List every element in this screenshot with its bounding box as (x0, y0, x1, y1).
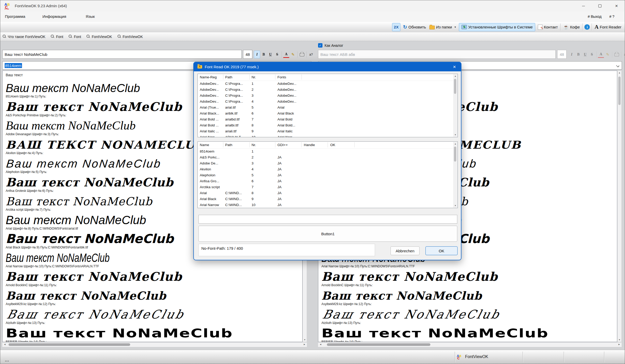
column-header[interactable]: OK (330, 143, 335, 147)
menu-information[interactable]: Информация (42, 14, 66, 19)
dropdown-caret-icon[interactable]: ▼ (454, 26, 456, 28)
scroll-thumb[interactable] (618, 77, 621, 105)
gdi-fonts-table[interactable]: NamePathNr.GDI++HandleOK8514oem1A&S Pork… (197, 141, 458, 208)
highlight-button-right[interactable]: ✎ (605, 51, 611, 58)
table-row[interactable]: Alepholon5JA (198, 172, 458, 178)
table-row[interactable]: Arial BlackC:\WIND...9JA (198, 196, 458, 202)
sample-text-input[interactable] (2, 50, 242, 59)
bold-button[interactable]: B (261, 51, 267, 58)
italic-button-right[interactable]: I (569, 51, 575, 58)
table-row[interactable]: A&S Porkc...2JA (198, 155, 458, 161)
table-row[interactable]: Akvilon4JA (198, 166, 458, 172)
table-row[interactable]: Arial NarrowC:\WIND...10JA (198, 202, 458, 208)
font-preview-item[interactable]: Ваш текст NoNaMeClubAsylbekM29.kz Шрифт-… (6, 288, 302, 307)
tab-fontviewok-2[interactable]: FontViewOK (117, 35, 143, 39)
scroll-right-icon[interactable]: ► (303, 343, 306, 346)
dialog-close-button[interactable]: ✕ (452, 64, 457, 70)
scroll-up-icon[interactable]: ▲ (453, 75, 458, 77)
zoom-2x-button[interactable]: 2X (392, 23, 400, 31)
table-row[interactable]: AdobeDev...C:\Progra...1AdobeDev... (198, 81, 458, 87)
table-row[interactable]: AdobeDev...C:\Progra...3AdobeDev... (198, 93, 458, 99)
tab-what-is[interactable]: Что такое FontViewOK (2, 35, 45, 39)
scroll-up-icon[interactable]: ▲ (453, 143, 458, 145)
table-row[interactable]: AdobeDev...C:\Progra...4AdobeDev... (198, 99, 458, 105)
char-test-button-right[interactable]: a? (623, 51, 625, 58)
refresh-button[interactable]: ↻ Обновить (402, 23, 427, 31)
dialog-title-bar[interactable]: Font Read OK 2019 (77 msek.) ✕ (194, 62, 461, 71)
table-row[interactable]: Arial Italic ...ariali.ttf9Arial Italic (198, 128, 458, 134)
font-preview-item[interactable]: Ваш текст NoNaMeClubArnold BocklinC Шриф… (321, 269, 617, 288)
print-button-right[interactable] (614, 51, 620, 58)
info-button[interactable]: i (584, 24, 590, 30)
tab-font-1[interactable]: Font (50, 35, 63, 39)
column-header[interactable]: Name-Reg (200, 75, 217, 79)
column-header[interactable]: Path (225, 143, 232, 147)
button1[interactable]: Button1 (198, 226, 457, 242)
scroll-right-icon[interactable]: ► (618, 343, 620, 346)
scroll-left-icon[interactable]: ◄ (319, 343, 322, 346)
tab-fontviewok-1[interactable]: FontViewOK (86, 35, 112, 39)
scroll-thumb[interactable] (454, 79, 456, 94)
print-button[interactable] (299, 51, 305, 58)
table-row[interactable]: ArialC:\WIND...8JA (198, 190, 458, 196)
scroll-up-icon[interactable]: ▲ (617, 72, 621, 74)
horizontal-scrollbar-right[interactable]: ◄ ► (318, 343, 622, 347)
ok-button[interactable]: OK (425, 246, 458, 255)
italic-button[interactable]: I (254, 51, 260, 58)
table-row[interactable]: Arial Bold ...arialbi.ttf8Arial Bold... (198, 123, 458, 128)
table-row[interactable]: Arial Bold ...arialbd.ttf7Arial Bold (198, 117, 458, 123)
column-header[interactable]: Fonts (277, 75, 286, 79)
maximize-button[interactable] (592, 0, 608, 12)
font-size-box[interactable]: 48 (243, 50, 252, 59)
font-preview-item[interactable]: Ваш текст NoNaMeClubArnold BocklinC Шриф… (6, 269, 302, 288)
vertical-scrollbar-right[interactable]: ▲ ▼ (617, 71, 622, 342)
column-header[interactable]: Handle (304, 143, 315, 147)
highlight-button[interactable]: ✎ (290, 51, 296, 58)
font-preview-item[interactable]: Ваш текст NoNaMeClubAtziluth Шрифт-№:13)… (6, 307, 302, 325)
menu-help[interactable]: # ? (609, 14, 614, 19)
font-preview-item[interactable]: Ваш текст NoNaMeClubAsylbekM29.kz Шрифт-… (321, 288, 617, 307)
scroll-thumb[interactable] (327, 343, 430, 346)
column-header[interactable]: Nr. (252, 143, 256, 147)
column-header[interactable]: Name (200, 143, 209, 147)
tab-font-2[interactable]: Font (68, 35, 81, 39)
table-row[interactable]: Arial (True...arial.ttf5Arial (198, 105, 458, 111)
minimize-button[interactable] (575, 0, 592, 12)
scroll-left-icon[interactable]: ◄ (4, 343, 6, 346)
column-header[interactable]: Path (225, 75, 232, 79)
horizontal-scrollbar-left[interactable]: ◄ ► (2, 343, 307, 347)
font-reader-button[interactable]: A Font Reader (594, 23, 622, 31)
from-folder-button[interactable]: Из папки ▼ (429, 23, 457, 31)
table-row[interactable]: Adobe De...3JA (198, 161, 458, 166)
underline-button-right[interactable]: U (582, 51, 588, 58)
analog-checkbox-row[interactable]: ✓ Как Аналог (318, 43, 343, 48)
font-preview-item[interactable]: Ваш текст NoNaMeClubAtziluth Шрифт-№:13)… (321, 307, 617, 325)
cancel-button[interactable]: Abbrechen (391, 246, 420, 255)
font-size-box-right[interactable]: 48 (557, 50, 567, 59)
dialog-empty-field[interactable] (198, 215, 457, 224)
menu-language[interactable]: Язык (86, 14, 95, 19)
font-color-button[interactable]: A (283, 51, 289, 58)
scroll-thumb[interactable] (454, 147, 456, 162)
dialog-scrollbar-2[interactable]: ▲ ▼ (453, 142, 458, 208)
scroll-thumb[interactable] (9, 343, 130, 346)
contact-button[interactable]: Контакт (537, 23, 558, 31)
coffee-button[interactable]: ☕ Кофе (562, 23, 580, 31)
column-header[interactable]: GDI++ (277, 143, 288, 147)
registry-fonts-table[interactable]: Name-RegPathNr.FontsAdobeDev...C:\Progra… (197, 74, 458, 137)
analog-checkbox[interactable]: ✓ (318, 43, 322, 48)
font-color-button-right[interactable]: A (598, 51, 604, 58)
table-row[interactable]: Arctika script7JA (198, 184, 458, 190)
menu-program[interactable]: Программа (5, 14, 25, 19)
strikethrough-button-right[interactable]: S (589, 51, 595, 58)
scroll-down-icon[interactable]: ▼ (303, 339, 307, 341)
font-preview-item[interactable]: Ваш текст NoNaMeClubBERIER Шрифт-№:14) П… (321, 325, 617, 342)
column-header[interactable]: Nr. (252, 75, 256, 79)
underline-button[interactable]: U (267, 51, 274, 58)
table-row[interactable]: Anfisa Gro...6JA (198, 178, 458, 184)
scroll-down-icon[interactable]: ▼ (453, 134, 458, 136)
dialog-scrollbar-1[interactable]: ▲ ▼ (453, 74, 458, 137)
table-row[interactable]: Arial Narr...ARIALN.T...10Arial Narr... (198, 134, 458, 137)
scroll-down-icon[interactable]: ▼ (617, 339, 621, 341)
bold-button-right[interactable]: B (575, 51, 582, 58)
